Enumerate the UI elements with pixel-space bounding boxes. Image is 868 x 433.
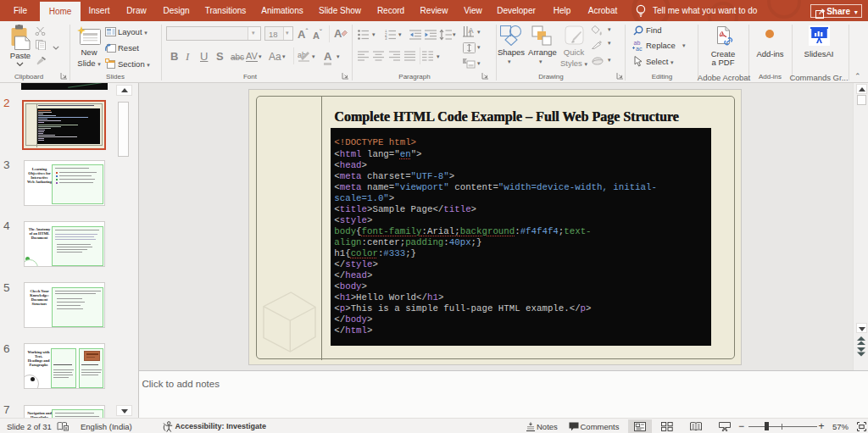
svg-text:ac: ac — [636, 46, 643, 52]
svg-text:A: A — [469, 26, 474, 35]
svg-text:A: A — [334, 27, 342, 39]
svg-text:3: 3 — [385, 36, 387, 40]
